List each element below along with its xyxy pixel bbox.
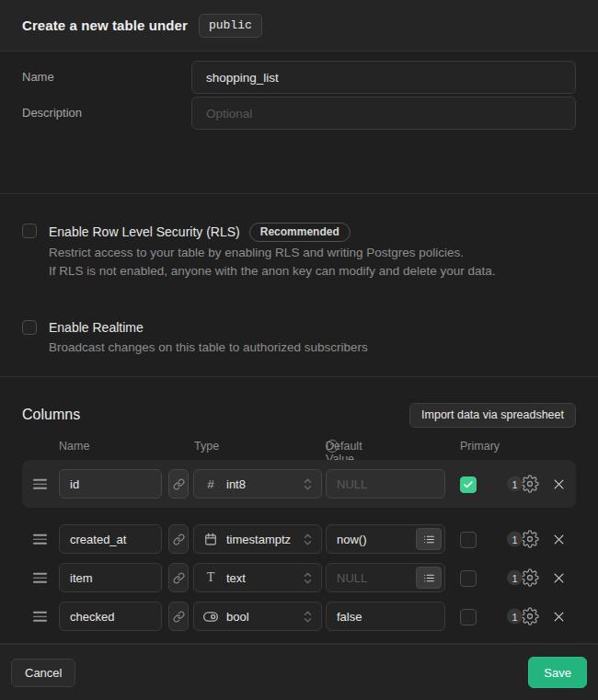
default-value-input[interactable] [326,602,445,631]
save-button[interactable]: Save [528,657,587,688]
chevron-updown-icon [304,571,312,585]
column-row: bool 1 [22,602,576,631]
calendar-icon [203,533,218,545]
chevron-updown-icon [304,533,312,546]
help-circle-icon[interactable]: ? [326,440,339,453]
description-label: Description [22,97,191,130]
remove-column-icon[interactable] [550,608,567,625]
name-label: Name [22,61,191,94]
foreign-key-link-icon[interactable] [168,602,189,631]
primary-checkbox[interactable] [460,570,477,587]
primary-checkbox[interactable] [460,532,477,548]
column-type-label: text [226,571,295,585]
remove-column-icon[interactable] [550,531,567,547]
rls-label: Enable Row Level Security (RLS) [49,224,240,241]
column-type-select[interactable]: timestamptz [193,524,322,554]
settings-gear-icon[interactable] [521,530,539,548]
columns-title: Columns [22,407,80,423]
import-spreadsheet-button[interactable]: Import data via spreadsheet [409,403,576,428]
column-type-label: int8 [226,477,295,491]
schema-badge: public [199,14,262,38]
table-options-section: Enable Row Level Security (RLS) Recommen… [0,194,598,377]
column-type-select[interactable]: # int8 [193,469,322,499]
foreign-key-link-icon[interactable] [168,469,189,499]
rls-checkbox[interactable] [22,224,37,238]
table-name-input[interactable] [191,61,576,94]
realtime-label: Enable Realtime [49,319,144,337]
drag-handle-icon[interactable] [33,573,47,583]
settings-count-badge: 1 [507,609,523,625]
column-type-select[interactable]: bool [193,602,322,631]
header-type: Type [194,440,219,453]
description-row: Description [22,97,576,130]
column-row: # int8 1 [22,460,576,508]
default-value-input[interactable] [326,469,445,499]
default-value-list-icon[interactable] [416,528,442,550]
drag-handle-icon[interactable] [33,534,47,545]
realtime-checkbox[interactable] [22,320,37,335]
hash-icon: # [203,477,218,491]
column-type-select[interactable]: T text [193,563,322,592]
column-row: T text 1 [22,563,576,592]
settings-gear-icon[interactable] [521,568,539,587]
panel-footer: Cancel Save [0,644,598,700]
column-row: timestamptz 1 [22,524,576,554]
table-description-input[interactable] [191,97,576,130]
primary-checkbox[interactable] [460,476,477,493]
column-type-label: timestamptz [226,533,295,546]
column-rows: # int8 1 timestamptz [22,460,576,631]
rls-description-line2: If RLS is not enabled, anyone with the a… [49,262,496,281]
panel-title: Create a new table under [22,17,188,33]
rls-option: Enable Row Level Security (RLS) Recommen… [22,223,576,281]
foreign-key-link-icon[interactable] [168,524,189,554]
recommended-badge: Recommended [249,223,351,242]
realtime-description: Broadcast changes on this table to autho… [49,339,368,357]
default-value-list-icon[interactable] [416,567,442,589]
settings-gear-icon[interactable] [521,475,539,493]
chevron-updown-icon [304,610,312,624]
foreign-key-link-icon[interactable] [168,563,189,592]
column-name-input[interactable] [59,524,162,554]
settings-count-badge: 1 [507,570,523,586]
settings-gear-icon[interactable] [521,607,539,625]
toggle-icon [203,612,218,622]
columns-table-header: Name Type Default Value ? Primary [22,440,576,453]
chevron-updown-icon [304,477,312,491]
remove-column-icon[interactable] [550,476,567,492]
cancel-button[interactable]: Cancel [11,659,75,687]
panel-header: Create a new table under public [0,0,598,52]
columns-section: Columns Import data via spreadsheet Name… [0,377,598,644]
create-table-panel: Create a new table under public Name Des… [0,0,598,700]
text-icon: T [203,570,218,585]
settings-count-badge: 1 [507,476,523,492]
settings-count-badge: 1 [507,532,523,547]
column-name-input[interactable] [59,563,162,592]
column-name-input[interactable] [59,602,162,631]
table-details-section: Name Description [0,52,598,194]
realtime-option: Enable Realtime Broadcast changes on thi… [22,319,576,357]
column-type-label: bool [226,610,295,624]
header-name: Name [59,440,89,453]
name-row: Name [22,61,576,94]
primary-checkbox[interactable] [460,609,477,625]
drag-handle-icon[interactable] [33,612,47,622]
rls-description-line1: Restrict access to your table by enablin… [49,244,496,262]
header-primary: Primary [460,440,500,453]
remove-column-icon[interactable] [550,569,567,586]
column-name-input[interactable] [59,469,162,499]
drag-handle-icon[interactable] [33,479,47,489]
